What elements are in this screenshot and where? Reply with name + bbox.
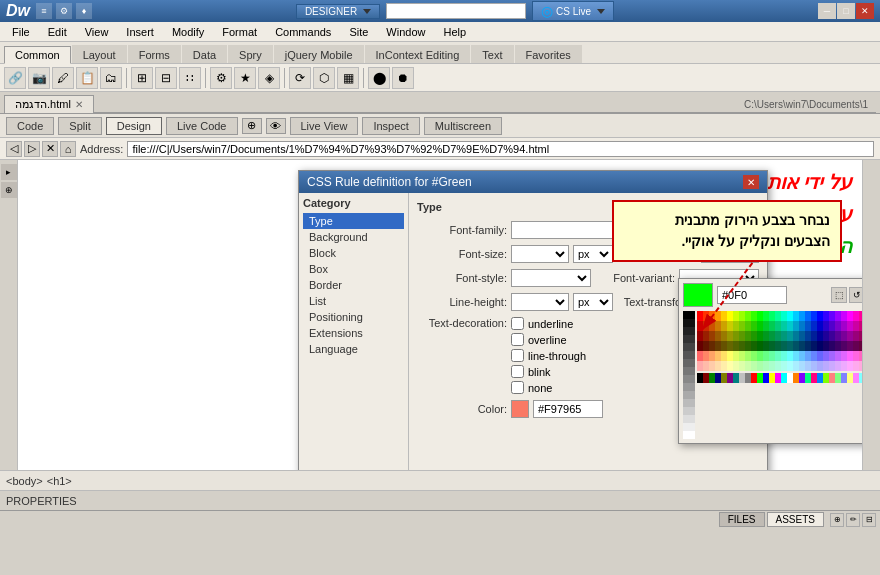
design-button[interactable]: Design xyxy=(106,117,162,135)
tab-favorites[interactable]: Favorites xyxy=(515,45,582,63)
color-input[interactable] xyxy=(533,400,603,418)
path-h1[interactable]: <h1> xyxy=(47,475,72,487)
designer-button[interactable]: DESIGNER xyxy=(296,4,380,19)
menu-help[interactable]: Help xyxy=(435,24,474,40)
line-height-select[interactable] xyxy=(511,293,569,311)
toolbar-icon-14[interactable]: ▦ xyxy=(337,67,359,89)
user-icon[interactable]: ♦ xyxy=(76,3,92,19)
gray-cell[interactable] xyxy=(683,327,695,335)
line-height-unit[interactable]: px xyxy=(573,293,613,311)
menu-insert[interactable]: Insert xyxy=(118,24,162,40)
toolbar-icon-4[interactable]: 📋 xyxy=(76,67,98,89)
toolbar-icon-7[interactable]: ⊟ xyxy=(155,67,177,89)
close-button[interactable]: ✕ xyxy=(856,3,874,19)
cp-reset-icon[interactable]: ↺ xyxy=(849,287,862,303)
font-size-select[interactable] xyxy=(511,245,569,263)
split-button[interactable]: Split xyxy=(58,117,101,135)
tab-layout[interactable]: Layout xyxy=(72,45,127,63)
toolbar-icon-8[interactable]: ∷ xyxy=(179,67,201,89)
color-preview[interactable] xyxy=(683,283,713,307)
gray-cell[interactable] xyxy=(683,423,695,431)
gray-cell[interactable] xyxy=(683,375,695,383)
code-button[interactable]: Code xyxy=(6,117,54,135)
multiscreen-button[interactable]: Multiscreen xyxy=(424,117,502,135)
cp-screen-icon[interactable]: ⬚ xyxy=(831,287,847,303)
menu-icon[interactable]: ≡ xyxy=(36,3,52,19)
category-background[interactable]: Background xyxy=(303,229,404,245)
deco-overline-checkbox[interactable] xyxy=(511,333,524,346)
color-hex-input[interactable] xyxy=(717,286,787,304)
menu-window[interactable]: Window xyxy=(378,24,433,40)
toolbar-icon-13[interactable]: ⬡ xyxy=(313,67,335,89)
tab-text[interactable]: Text xyxy=(471,45,513,63)
color-cell[interactable] xyxy=(859,321,862,331)
gray-cell[interactable] xyxy=(683,367,695,375)
sidebar-icon-1[interactable]: ▸ xyxy=(1,164,17,180)
menu-file[interactable]: File xyxy=(4,24,38,40)
dialog-close-button[interactable]: ✕ xyxy=(743,175,759,189)
bright-color-cell[interactable] xyxy=(859,373,862,383)
toolbar-icon-3[interactable]: 🖊 xyxy=(52,67,74,89)
toolbar-icon-12[interactable]: ⟳ xyxy=(289,67,311,89)
category-block[interactable]: Block xyxy=(303,245,404,261)
gray-cell[interactable] xyxy=(683,335,695,343)
category-type[interactable]: Type xyxy=(303,213,404,229)
toolbar-icon-5[interactable]: 🗂 xyxy=(100,67,122,89)
font-size-unit[interactable]: px xyxy=(573,245,613,263)
bottom-btn-2[interactable]: ✏ xyxy=(846,513,860,527)
back-button[interactable]: ◁ xyxy=(6,141,22,157)
deco-blink-checkbox[interactable] xyxy=(511,365,524,378)
minimize-button[interactable]: ─ xyxy=(818,3,836,19)
toolbar-icon-10[interactable]: ★ xyxy=(234,67,256,89)
menu-commands[interactable]: Commands xyxy=(267,24,339,40)
toolbar-icon-6[interactable]: ⊞ xyxy=(131,67,153,89)
gray-cell[interactable] xyxy=(683,319,695,327)
font-style-select[interactable] xyxy=(511,269,591,287)
category-box[interactable]: Box xyxy=(303,261,404,277)
path-body[interactable]: <body> xyxy=(6,475,43,487)
doc-tab[interactable]: הדגמה.html ✕ xyxy=(4,95,94,113)
address-input[interactable] xyxy=(127,141,874,157)
menu-view[interactable]: View xyxy=(77,24,117,40)
doc-tab-close[interactable]: ✕ xyxy=(75,99,83,110)
category-list[interactable]: List xyxy=(303,293,404,309)
settings-icon[interactable]: ⚙ xyxy=(56,3,72,19)
tab-jquery-mobile[interactable]: jQuery Mobile xyxy=(274,45,364,63)
gray-cell[interactable] xyxy=(683,351,695,359)
cs-live-button[interactable]: ◎ CS Live xyxy=(532,1,614,21)
toolbar-icon-9[interactable]: ⚙ xyxy=(210,67,232,89)
color-swatch[interactable] xyxy=(511,400,529,418)
menu-modify[interactable]: Modify xyxy=(164,24,212,40)
deco-underline[interactable]: underline xyxy=(511,317,586,330)
bottom-btn-1[interactable]: ⊕ xyxy=(830,513,844,527)
gray-cell[interactable] xyxy=(683,399,695,407)
category-extensions[interactable]: Extensions xyxy=(303,325,404,341)
deco-overline[interactable]: overline xyxy=(511,333,586,346)
color-cell[interactable] xyxy=(859,361,862,371)
toolbar-icon-1[interactable]: 🔗 xyxy=(4,67,26,89)
files-tab[interactable]: FILES xyxy=(719,512,765,527)
eye-icon[interactable]: 👁 xyxy=(266,118,286,134)
color-cell[interactable] xyxy=(859,351,862,361)
inspect-button[interactable]: Inspect xyxy=(362,117,419,135)
sidebar-icon-2[interactable]: ⊕ xyxy=(1,182,17,198)
home-button[interactable]: ⌂ xyxy=(60,141,76,157)
color-cell[interactable] xyxy=(859,331,862,341)
deco-linethrough-checkbox[interactable] xyxy=(511,349,524,362)
deco-linethrough[interactable]: line-through xyxy=(511,349,586,362)
stop-button[interactable]: ✕ xyxy=(42,141,58,157)
toolbar-icon-2[interactable]: 📷 xyxy=(28,67,50,89)
menu-site[interactable]: Site xyxy=(341,24,376,40)
color-cell[interactable] xyxy=(859,311,862,321)
category-border[interactable]: Border xyxy=(303,277,404,293)
bottom-btn-3[interactable]: ⊟ xyxy=(862,513,876,527)
color-cell[interactable] xyxy=(859,341,862,351)
toolbar-icon-11[interactable]: ◈ xyxy=(258,67,280,89)
tab-incontext[interactable]: InContext Editing xyxy=(365,45,471,63)
menu-edit[interactable]: Edit xyxy=(40,24,75,40)
tab-data[interactable]: Data xyxy=(182,45,227,63)
forward-button[interactable]: ▷ xyxy=(24,141,40,157)
maximize-button[interactable]: □ xyxy=(837,3,855,19)
menu-format[interactable]: Format xyxy=(214,24,265,40)
toolbar-icon-15[interactable]: ⬤ xyxy=(368,67,390,89)
